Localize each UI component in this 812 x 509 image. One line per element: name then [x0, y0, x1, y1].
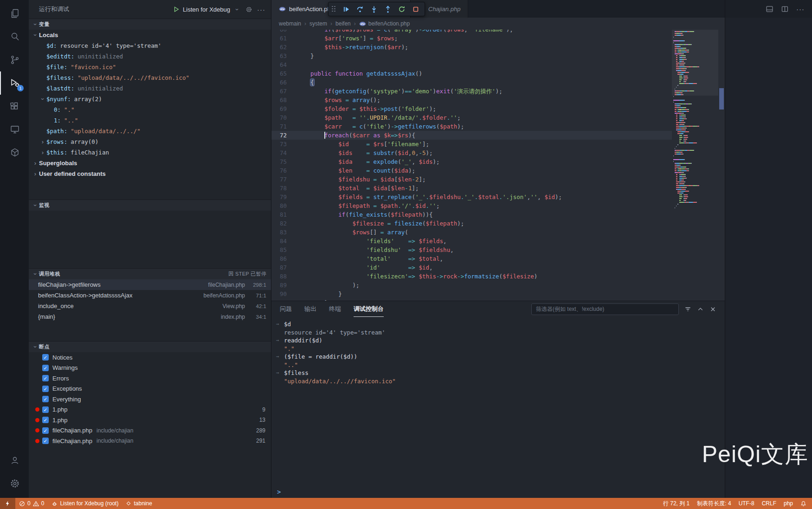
chevron-down-icon[interactable]: ›	[32, 32, 39, 39]
code-line[interactable]: 65 public function getdatssssAjax()	[271, 69, 672, 78]
breakpoint-toggle-row[interactable]: ✓Notices	[29, 352, 271, 363]
restart-button[interactable]	[395, 3, 408, 15]
variable-row[interactable]: ›$nyunf:array(2)	[29, 94, 271, 104]
code-line[interactable]: 78 $total = $ida[$len-1];	[271, 184, 672, 193]
minimap-viewport[interactable]	[672, 30, 718, 96]
language-mode[interactable]: php	[780, 498, 797, 509]
tabnine-status[interactable]: tabnine	[122, 498, 155, 509]
xdebug-status[interactable]: Listen for Xdebug (root)	[48, 498, 122, 509]
breadcrumb-item[interactable]: webmain	[279, 20, 301, 27]
code-line[interactable]: 60 if($rows)$rows = c('array')->order($r…	[271, 30, 672, 34]
chevron-down-icon[interactable]: ›	[39, 96, 46, 103]
continue-button[interactable]	[340, 3, 352, 15]
breakpoint-toggle-row[interactable]: ✓Warnings	[29, 363, 271, 374]
line-number[interactable]: 76	[271, 166, 296, 175]
panel-layout-icon[interactable]	[766, 5, 773, 13]
line-number[interactable]: 64	[271, 60, 296, 69]
encoding-indicator[interactable]: UTF-8	[735, 498, 758, 509]
breakpoints-section-header[interactable]: › 断点	[29, 341, 271, 352]
checkbox-checked-icon[interactable]: ✓	[42, 354, 49, 361]
code-line[interactable]: 63 }	[271, 52, 672, 60]
code-line[interactable]: 87 'id' => $id,	[271, 263, 672, 272]
checkbox-checked-icon[interactable]: ✓	[42, 375, 49, 381]
more-actions-icon[interactable]: ···	[796, 5, 805, 13]
variables-scope-row[interactable]: ›Superglobals	[29, 158, 271, 168]
checkbox-checked-icon[interactable]: ✓	[42, 438, 49, 444]
line-number[interactable]: 75	[271, 157, 296, 166]
debug-console-input[interactable]: >	[271, 486, 725, 498]
maximize-panel-icon[interactable]	[697, 306, 704, 313]
chevron-right-icon[interactable]: ›	[32, 160, 39, 167]
close-panel-icon[interactable]	[709, 306, 716, 313]
code-line[interactable]: 76 $len = count($ida);	[271, 166, 672, 175]
checkbox-checked-icon[interactable]: ✓	[42, 417, 49, 423]
step-into-button[interactable]	[367, 3, 380, 15]
variable-row[interactable]: ›$path:"upload/data/../../"	[29, 126, 271, 136]
chevron-right-icon[interactable]: ›	[39, 138, 46, 145]
editor-scrollbar[interactable]	[718, 30, 725, 301]
split-editor-icon[interactable]	[781, 5, 789, 13]
code-line[interactable]: 89 );	[271, 281, 672, 290]
line-number[interactable]: 79	[271, 193, 296, 201]
code-line[interactable]: 71 $carr = c('file')->getfilerows($path)…	[271, 122, 672, 131]
code-line[interactable]: 70 $path = ''.UPDIR.'/data/'.$folder.'';	[271, 113, 672, 122]
variable-row[interactable]: ›$this:fileChajian	[29, 147, 271, 158]
variable-row[interactable]: ›$d:resource id='4' type='stream'	[29, 40, 271, 51]
line-number[interactable]: 65	[271, 69, 296, 78]
filter-icon[interactable]	[684, 306, 691, 313]
breadcrumb-item[interactable]: system	[309, 20, 327, 27]
line-number[interactable]: 60	[271, 30, 296, 34]
chevron-right-icon[interactable]: ›	[39, 149, 46, 156]
call-stack-frame[interactable]: beifenClassAction->getdatssssAjaxbeifenA…	[29, 290, 271, 301]
line-number[interactable]: 88	[271, 272, 296, 281]
step-over-button[interactable]	[354, 3, 366, 15]
code-line[interactable]: 73 $id = $rs['filename'];	[271, 140, 672, 148]
watch-section-header[interactable]: › 监视	[29, 200, 271, 211]
breakpoint-toggle-row[interactable]: ✓Everything	[29, 394, 271, 405]
checkbox-checked-icon[interactable]: ✓	[42, 386, 49, 392]
manage-gear-icon[interactable]	[0, 472, 29, 495]
tab-size-indicator[interactable]: 制表符长度: 4	[693, 498, 735, 509]
line-number[interactable]: 91	[271, 298, 296, 301]
code-line[interactable]: 68 $rows = array();	[271, 96, 672, 104]
debug-settings-gear-icon[interactable]	[245, 6, 252, 13]
code-line[interactable]: 86 'total' => $total,	[271, 254, 672, 263]
breakpoint-toggle-row[interactable]: ✓Exceptions	[29, 384, 271, 394]
call-stack-frame[interactable]: fileChajian->getfilerowsfileChajian.php2…	[29, 279, 271, 290]
line-number[interactable]: 77	[271, 175, 296, 184]
line-number[interactable]: 62	[271, 43, 296, 52]
variables-scope-row[interactable]: ›User defined constants	[29, 168, 271, 179]
line-number[interactable]: 63	[271, 52, 296, 60]
eol-indicator[interactable]: CRLF	[758, 498, 780, 509]
variable-row[interactable]: ›$file:"favicon.ico"	[29, 62, 271, 72]
toolbar-drag-handle-icon[interactable]	[332, 6, 335, 13]
minimap[interactable]	[672, 30, 718, 301]
code-line[interactable]: 88 'filesizecn'=> $this->rock->formatsiz…	[271, 272, 672, 281]
code-line[interactable]: 64	[271, 60, 672, 69]
variable-row[interactable]: ›$editdt:uninitialized	[29, 51, 271, 62]
notifications-bell[interactable]	[797, 498, 810, 509]
line-number[interactable]: 61	[271, 34, 296, 43]
panel-tab-item[interactable]: 输出	[304, 301, 316, 317]
variables-scope-row[interactable]: ›Locals	[29, 30, 271, 40]
breakpoint-row[interactable]: ✓fileChajian.phpinclude/chajian289	[29, 425, 271, 436]
line-number[interactable]: 83	[271, 228, 296, 237]
code-line[interactable]: 79 $fields = str_replace('_'.$fieldshu.'…	[271, 193, 672, 201]
line-number[interactable]: 82	[271, 219, 296, 228]
variable-row[interactable]: ›1:".."	[29, 115, 271, 126]
line-number[interactable]: 67	[271, 87, 296, 96]
source-control-icon[interactable]	[0, 48, 29, 71]
line-number[interactable]: 90	[271, 290, 296, 298]
variable-row[interactable]: ›$rows:array(0)	[29, 136, 271, 147]
breakpoint-row[interactable]: ✓fileChajian.phpinclude/chajian291	[29, 436, 271, 446]
code-line[interactable]: 61 $arr['rows'] = $rows;	[271, 34, 672, 43]
code-line[interactable]: 81 if(file_exists($filepath)){	[271, 210, 672, 219]
start-debug-icon[interactable]	[173, 6, 180, 13]
checkbox-checked-icon[interactable]: ✓	[42, 365, 49, 371]
line-number[interactable]: 69	[271, 104, 296, 113]
line-number[interactable]: 68	[271, 96, 296, 104]
line-number[interactable]: 80	[271, 201, 296, 210]
remote-explorer-icon[interactable]	[0, 118, 29, 141]
breakpoint-toggle-row[interactable]: ✓Errors	[29, 373, 271, 384]
problems-status[interactable]: 0 0	[15, 498, 48, 509]
